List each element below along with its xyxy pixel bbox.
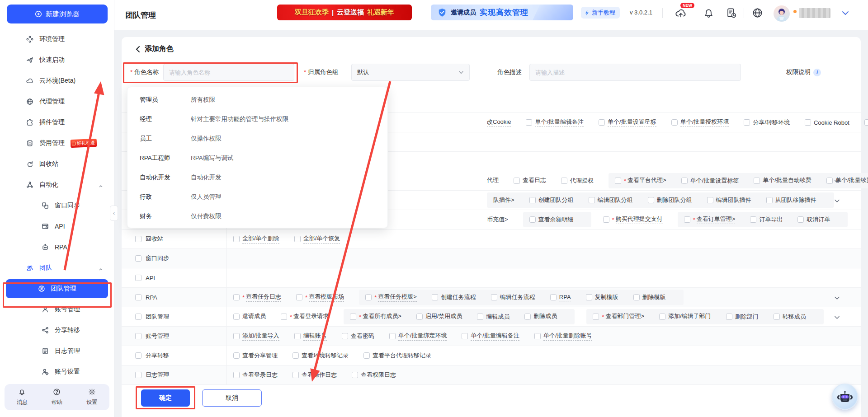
permission-checkbox[interactable] bbox=[526, 119, 532, 126]
role-template-option[interactable]: 经理针对主要常用功能的管理与操作权限 bbox=[127, 109, 387, 129]
permission-checkbox[interactable] bbox=[633, 294, 640, 300]
language-globe-button[interactable] bbox=[752, 7, 764, 19]
permission-checkbox[interactable] bbox=[416, 314, 423, 320]
permission-checkbox[interactable] bbox=[294, 236, 301, 242]
promo-banner-red[interactable]: 双旦狂欢季 | 云登送福 礼遇新年 bbox=[277, 5, 412, 20]
user-avatar[interactable] bbox=[774, 5, 790, 22]
permission-checkbox[interactable] bbox=[529, 197, 536, 203]
role-name-input[interactable] bbox=[163, 64, 294, 81]
permission-checkbox[interactable] bbox=[296, 294, 302, 300]
cancel-button[interactable]: 取消 bbox=[202, 389, 262, 407]
permission-checkbox[interactable] bbox=[599, 119, 605, 126]
promo-banner-invite[interactable]: 邀请成员 实现高效管理 bbox=[431, 5, 573, 20]
role-template-option[interactable]: 管理员所有权限 bbox=[127, 90, 387, 109]
permission-checkbox[interactable] bbox=[292, 372, 299, 378]
permission-checkbox[interactable] bbox=[774, 314, 780, 320]
permission-checkbox[interactable] bbox=[681, 178, 688, 184]
permission-checkbox[interactable] bbox=[529, 216, 536, 223]
permission-checkbox[interactable] bbox=[615, 178, 621, 184]
sidebar-item-rpa[interactable]: RPA bbox=[0, 237, 114, 258]
sidebar-item-window-sync[interactable]: 窗口同步 bbox=[0, 195, 114, 216]
sidebar-item-api[interactable]: API bbox=[0, 216, 114, 237]
role-template-option[interactable]: 自动化开发自动化开发 bbox=[127, 168, 387, 187]
permission-checkbox[interactable] bbox=[534, 333, 541, 339]
module-checkbox[interactable] bbox=[135, 314, 142, 320]
permission-checkbox[interactable] bbox=[365, 294, 372, 300]
permission-checkbox[interactable] bbox=[589, 197, 595, 203]
sidebar-bottom-bell[interactable]: 消息 bbox=[5, 384, 39, 410]
permission-checkbox[interactable] bbox=[826, 178, 833, 184]
permission-checkbox[interactable] bbox=[707, 197, 713, 203]
permission-checkbox[interactable] bbox=[233, 372, 240, 378]
sidebar-bottom-gear[interactable]: 设置 bbox=[75, 384, 109, 410]
sidebar-item-proxy[interactable]: 代理管理 bbox=[0, 91, 114, 112]
permission-checkbox[interactable] bbox=[233, 294, 240, 300]
permission-checkbox[interactable] bbox=[233, 333, 240, 339]
new-browser-button[interactable]: 新建浏览器 bbox=[7, 5, 108, 23]
permission-checkbox[interactable] bbox=[432, 294, 438, 300]
permission-checkbox[interactable] bbox=[342, 333, 348, 339]
module-checkbox[interactable] bbox=[135, 372, 142, 378]
row-expand-chevron-icon[interactable] bbox=[834, 295, 840, 300]
module-checkbox[interactable] bbox=[135, 236, 142, 242]
row-expand-chevron-icon[interactable] bbox=[834, 120, 840, 126]
role-template-option[interactable]: 财务仅付费权限 bbox=[127, 206, 387, 226]
confirm-button[interactable]: 确定 bbox=[141, 389, 190, 407]
permission-checkbox[interactable] bbox=[726, 314, 732, 320]
row-expand-chevron-icon[interactable] bbox=[834, 178, 840, 184]
role-template-option[interactable]: RPA工程师RPA编写与调试 bbox=[127, 148, 387, 168]
permission-checkbox[interactable] bbox=[593, 314, 599, 320]
role-group-select[interactable]: 默认 bbox=[351, 64, 470, 81]
module-checkbox[interactable] bbox=[135, 275, 142, 281]
sidebar-bottom-help[interactable]: 帮助 bbox=[39, 384, 74, 410]
row-expand-chevron-icon[interactable] bbox=[834, 314, 840, 320]
permission-checkbox[interactable] bbox=[805, 119, 811, 126]
permission-checkbox[interactable] bbox=[766, 197, 773, 203]
permission-checkbox[interactable] bbox=[797, 216, 804, 223]
notification-bell-button[interactable] bbox=[703, 7, 715, 19]
permission-checkbox[interactable] bbox=[864, 119, 868, 126]
permission-checkbox[interactable] bbox=[233, 314, 240, 320]
permission-checkbox[interactable] bbox=[550, 294, 557, 300]
permission-checkbox[interactable] bbox=[233, 352, 240, 359]
sidebar-item-automation[interactable]: 自动化 bbox=[0, 174, 114, 195]
permission-checkbox[interactable] bbox=[389, 333, 396, 339]
permission-checkbox[interactable] bbox=[659, 314, 665, 320]
permission-checkbox[interactable] bbox=[462, 333, 468, 339]
permission-checkbox[interactable] bbox=[363, 352, 370, 359]
tutorial-button[interactable]: 新手教程 bbox=[581, 7, 620, 19]
module-checkbox[interactable] bbox=[135, 255, 142, 262]
permission-checkbox[interactable] bbox=[514, 178, 520, 184]
sidebar-item-log[interactable]: 日志管理 bbox=[0, 341, 114, 361]
sidebar-item-account[interactable]: 账号管理 bbox=[0, 299, 114, 320]
permission-checkbox[interactable] bbox=[744, 119, 750, 126]
permission-checkbox[interactable] bbox=[754, 178, 760, 184]
sidebar-item-cloud[interactable]: 云环境(Beta) bbox=[0, 70, 114, 91]
permission-checkbox[interactable] bbox=[586, 294, 592, 300]
cloud-upload-button[interactable]: NEW bbox=[675, 7, 687, 19]
permission-checkbox[interactable] bbox=[684, 216, 690, 223]
sidebar-item-environment[interactable]: 环境管理 bbox=[0, 29, 114, 50]
permission-checkbox[interactable] bbox=[292, 352, 299, 359]
sidebar-item-plugin[interactable]: 插件管理 bbox=[0, 112, 114, 133]
permission-checkbox[interactable] bbox=[294, 333, 301, 339]
module-checkbox[interactable] bbox=[135, 352, 142, 359]
chevron-down-icon[interactable] bbox=[841, 10, 849, 16]
sidebar-item-billing[interactable]: 费用管理好礼相送 bbox=[0, 133, 114, 154]
permission-checkbox[interactable] bbox=[281, 314, 287, 320]
sidebar-item-share[interactable]: 分享转移 bbox=[0, 320, 114, 341]
permission-checkbox[interactable] bbox=[491, 294, 497, 300]
permission-checkbox[interactable] bbox=[750, 216, 756, 223]
permission-checkbox[interactable] bbox=[477, 314, 483, 320]
row-expand-chevron-icon[interactable] bbox=[834, 197, 840, 203]
permission-checkbox[interactable] bbox=[524, 314, 531, 320]
module-checkbox[interactable] bbox=[135, 294, 142, 300]
role-desc-input[interactable] bbox=[529, 64, 741, 81]
role-template-option[interactable]: 行政仅人员管理 bbox=[127, 187, 387, 206]
sidebar-item-rocket[interactable]: 快速启动 bbox=[0, 50, 114, 70]
permission-checkbox[interactable] bbox=[671, 119, 678, 126]
sidebar-collapse-handle[interactable]: ‹ bbox=[110, 206, 118, 221]
permission-checkbox[interactable] bbox=[603, 216, 609, 223]
permission-checkbox[interactable] bbox=[648, 197, 654, 203]
permission-checkbox[interactable] bbox=[352, 372, 358, 378]
